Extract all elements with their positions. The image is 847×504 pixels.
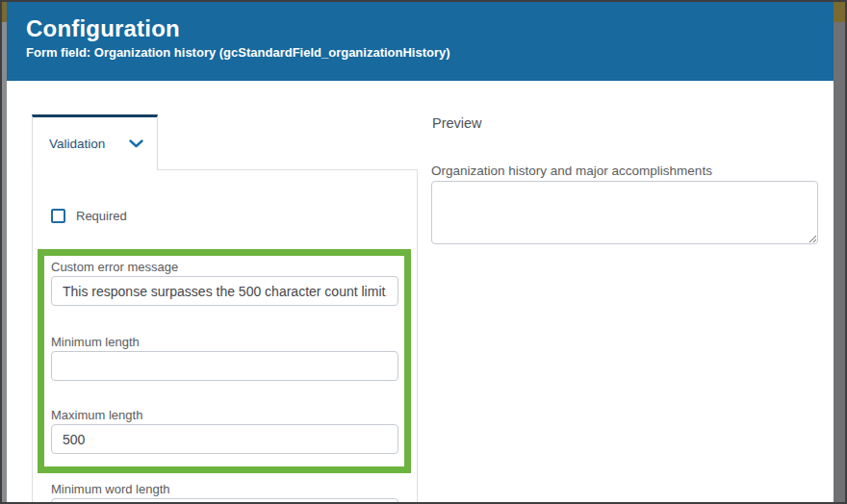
minimum-length-label: Minimum length [51, 335, 140, 349]
page-title: Configuration [26, 14, 834, 43]
configuration-modal: Configuration Form field: Organization h… [0, 0, 847, 504]
required-label: Required [76, 209, 127, 223]
tab-validation-label: Validation [49, 137, 105, 151]
minimum-word-length-label: Minimum word length [51, 482, 170, 496]
page-edge-strip-left [2, 2, 7, 502]
custom-error-label: Custom error message [51, 260, 178, 274]
modal-header: Configuration Form field: Organization h… [7, 2, 834, 81]
preview-textarea[interactable] [431, 181, 818, 244]
preview-heading: Preview [432, 115, 482, 131]
maximum-length-label: Maximum length [51, 408, 142, 422]
minimum-length-input[interactable] [51, 351, 398, 381]
preview-field-label: Organization history and major accomplis… [431, 164, 712, 178]
maximum-length-input[interactable] [51, 424, 398, 454]
chevron-down-icon [129, 139, 143, 148]
required-row: Required [51, 209, 127, 223]
edge-olive-segment [834, 2, 845, 22]
custom-error-input[interactable] [51, 276, 398, 306]
tab-validation[interactable]: Validation [32, 114, 158, 170]
window-scrollbar[interactable] [834, 2, 845, 502]
page-subtitle: Form field: Organization history (gcStan… [26, 45, 834, 60]
minimum-word-length-input[interactable] [51, 498, 398, 504]
required-checkbox[interactable] [51, 209, 65, 223]
edge-olive-segment [2, 2, 7, 22]
